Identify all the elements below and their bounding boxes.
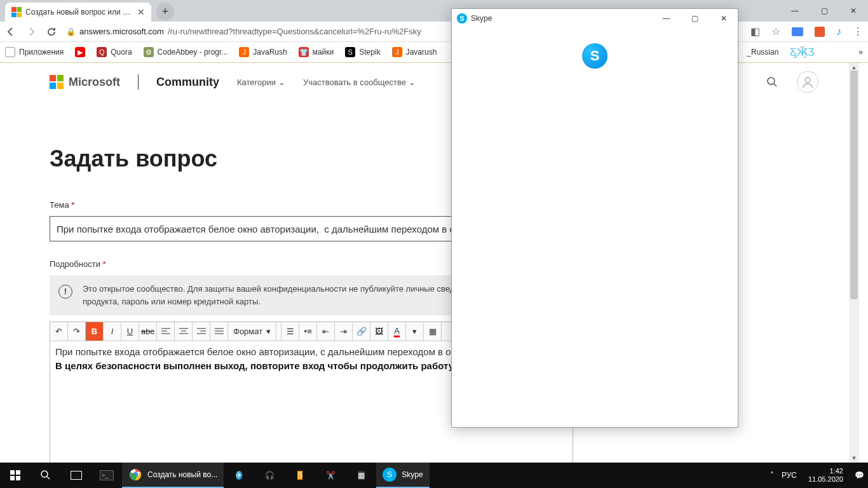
indent-button[interactable]: ⇥ xyxy=(335,322,353,341)
search-icon[interactable] xyxy=(766,76,778,88)
svg-rect-16 xyxy=(16,470,20,475)
bold-button[interactable]: B xyxy=(86,322,104,341)
ms-favicon xyxy=(11,7,22,17)
maiki-bookmark[interactable]: 👕майки xyxy=(299,47,334,57)
gmail-icon[interactable] xyxy=(792,27,803,36)
russian-bookmark[interactable]: _Russian xyxy=(747,48,778,57)
telegram-app[interactable]: ✈ xyxy=(224,463,254,488)
outdent-button[interactable]: ⇤ xyxy=(317,322,335,341)
link-button[interactable]: 🔗 xyxy=(353,322,370,341)
scroll-thumb[interactable] xyxy=(850,71,858,299)
underline-button[interactable]: U xyxy=(121,322,139,341)
divider xyxy=(138,74,139,90)
url-host: answers.microsoft.com xyxy=(79,27,164,36)
system-tray: ˄ РУС 1:42 11.05.2020 💬 xyxy=(770,467,868,484)
align-justify-button[interactable] xyxy=(210,322,228,341)
minimize-button[interactable]: — xyxy=(780,0,810,22)
align-right-button[interactable] xyxy=(193,322,210,341)
skype-app[interactable]: S Skype xyxy=(376,463,429,488)
textcolor-button[interactable]: A xyxy=(388,322,406,341)
taskbar: >_ Создать новый во... ✈ 🎧 S ✂️ ▦ S Skyp… xyxy=(0,463,868,488)
url-path: /ru-ru/newthread?threadtype=Questions&ca… xyxy=(168,27,421,36)
apps-bookmark[interactable]: Приложения xyxy=(5,47,64,57)
taskview-button[interactable] xyxy=(61,463,92,488)
svg-point-19 xyxy=(41,471,48,477)
align-center-button[interactable] xyxy=(175,322,193,341)
microsoft-logo[interactable]: Microsoft xyxy=(50,75,120,89)
skype-app-label: Skype xyxy=(402,470,423,479)
svg-rect-15 xyxy=(10,470,15,475)
chevron-down-icon: ⌄ xyxy=(409,78,416,87)
chevron-down-icon: ▾ xyxy=(266,327,271,336)
back-button[interactable] xyxy=(5,27,17,37)
strike-button[interactable]: abc xyxy=(139,322,157,341)
start-button[interactable] xyxy=(0,463,31,488)
maximize-button[interactable]: ▢ xyxy=(810,0,839,22)
close-window-button[interactable]: ✕ xyxy=(839,0,868,22)
skype-titlebar[interactable]: S Skype — ▢ ✕ xyxy=(452,9,738,28)
clock[interactable]: 1:42 11.05.2020 xyxy=(804,467,847,484)
snip-app[interactable]: ✂️ xyxy=(315,463,346,488)
svg-rect-17 xyxy=(10,476,15,480)
notifications-icon[interactable]: 💬 xyxy=(855,471,864,480)
ordered-list-button[interactable]: ☰ xyxy=(281,322,299,341)
javarush2-bookmark[interactable]: JJavarush xyxy=(392,47,437,57)
skype-maximize-button[interactable]: ▢ xyxy=(681,9,709,28)
stepik-bookmark[interactable]: SStepik xyxy=(345,47,380,57)
javarush1-bookmark[interactable]: JJavaRush xyxy=(239,47,287,57)
svg-point-0 xyxy=(768,78,775,85)
info-icon: ! xyxy=(58,285,72,299)
nav-participate[interactable]: Участвовать в сообществе⌄ xyxy=(303,78,416,87)
redo-button[interactable]: ↷ xyxy=(68,322,86,341)
search-button[interactable] xyxy=(31,463,61,488)
star-icon[interactable]: ☆ xyxy=(771,25,780,37)
svg-rect-18 xyxy=(16,476,20,480)
ext-icon[interactable] xyxy=(815,27,825,37)
new-tab-button[interactable]: + xyxy=(156,3,174,20)
page-scrollbar[interactable]: ▲ ▼ xyxy=(849,63,859,463)
browser-tab[interactable]: Создать новый вопрос или нач ✕ xyxy=(5,3,151,22)
avatar[interactable] xyxy=(797,71,818,93)
music-icon[interactable]: ♪ xyxy=(836,26,841,37)
skype-logo: S xyxy=(582,43,607,69)
skype-close-button[interactable]: ✕ xyxy=(709,9,738,28)
skype-icon: S xyxy=(457,13,467,24)
codeabbey-bookmark[interactable]: ⚙CodeAbbey - progr... xyxy=(144,47,228,57)
undo-button[interactable]: ↶ xyxy=(50,322,68,341)
chrome-app[interactable]: Создать новый во... xyxy=(122,463,224,488)
svg-line-1 xyxy=(774,84,776,86)
reload-button[interactable] xyxy=(46,27,57,37)
chevron-down-icon: ⌄ xyxy=(278,78,285,87)
community-link[interactable]: Community xyxy=(156,76,219,89)
skype-taskbar-icon: S xyxy=(383,468,397,482)
lock-icon: 🔒 xyxy=(66,27,76,36)
sublime-app[interactable]: S xyxy=(285,463,315,488)
butterfly-bookmark[interactable]: Ƹ̵̡Ӝ̵̨̄Ʒ xyxy=(790,46,815,58)
forward-button[interactable] xyxy=(25,27,37,37)
skype-minimize-button[interactable]: — xyxy=(652,9,681,28)
menu-icon[interactable]: ⋮ xyxy=(853,25,863,37)
svg-point-2 xyxy=(805,78,810,83)
skype-window: S Skype — ▢ ✕ S xyxy=(451,8,738,428)
svg-line-20 xyxy=(47,477,50,479)
window-controls: — ▢ ✕ xyxy=(780,0,868,22)
scroll-down-icon[interactable]: ▼ xyxy=(849,454,859,463)
unordered-list-button[interactable]: •≡ xyxy=(299,322,317,341)
calc-app[interactable]: ▦ xyxy=(346,463,376,488)
align-left-button[interactable] xyxy=(157,322,175,341)
language-indicator[interactable]: РУС xyxy=(782,471,797,480)
quora-bookmark[interactable]: QQuora xyxy=(97,47,132,57)
cast-icon[interactable]: ◧ xyxy=(750,25,760,37)
textcolor-menu[interactable]: ▾ xyxy=(406,322,424,341)
close-tab-icon[interactable]: ✕ xyxy=(137,7,145,17)
bookmarks-overflow[interactable]: » xyxy=(858,48,863,57)
image-button[interactable]: 🖼 xyxy=(370,322,388,341)
format-dropdown[interactable]: Формат▾ xyxy=(228,322,276,341)
italic-button[interactable]: I xyxy=(104,322,121,341)
headset-app[interactable]: 🎧 xyxy=(254,463,285,488)
table-button[interactable]: ▦ xyxy=(424,322,442,341)
nav-categories[interactable]: Категории⌄ xyxy=(237,78,285,87)
terminal-app[interactable]: >_ xyxy=(92,463,122,488)
tray-expand-icon[interactable]: ˄ xyxy=(770,471,774,480)
youtube-bookmark[interactable]: ▶ xyxy=(75,47,85,57)
